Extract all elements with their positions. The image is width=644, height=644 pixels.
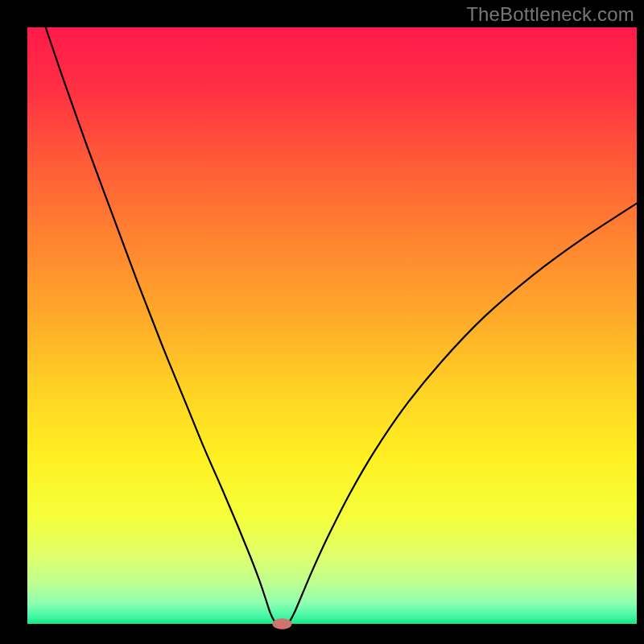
plot-background	[27, 27, 637, 624]
bottleneck-chart	[0, 0, 644, 644]
optimal-point-marker	[272, 618, 291, 629]
watermark-text: TheBottleneck.com	[466, 5, 634, 24]
